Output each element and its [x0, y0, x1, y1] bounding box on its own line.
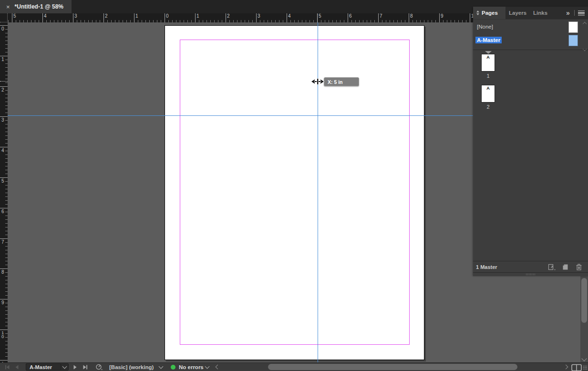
ruler-cursor-position-y [0, 81, 8, 82]
page-select-dropdown[interactable]: A-Master [26, 363, 69, 371]
panel-menu-icon[interactable] [578, 10, 585, 16]
ruler-number: 3 [258, 14, 260, 19]
ruler-number: 1 [196, 14, 199, 19]
first-page-icon[interactable] [4, 363, 10, 371]
next-page-icon[interactable] [73, 363, 78, 371]
master-page-swatch[interactable] [568, 21, 578, 33]
master-row[interactable]: [None] [473, 21, 588, 33]
ruler-number: 1 [1, 57, 4, 62]
guide-position-tooltip: X: 5 in [324, 77, 359, 86]
horizontal-scrollbar-thumb[interactable] [268, 364, 517, 370]
previous-page-icon[interactable] [14, 363, 19, 371]
ruler-number: 9 [441, 14, 444, 19]
chevron-down-icon[interactable] [61, 364, 68, 370]
ruler-number: 1 0 [1, 331, 4, 339]
window-resize-grip[interactable] [583, 365, 588, 370]
master-name-label: [None] [475, 23, 495, 30]
master-letter-label: A [482, 86, 495, 91]
vertical-ruler[interactable]: 01234567891 01 1 [0, 22, 8, 362]
master-row[interactable]: A-Master [473, 34, 588, 47]
ruler-tick [103, 13, 104, 22]
margin-guides [180, 40, 410, 345]
page-number-label: 1 [481, 73, 495, 79]
ruler-tick [0, 299, 8, 299]
ruler-tick [0, 177, 8, 178]
page-thumbnail[interactable]: A [481, 85, 495, 103]
panel-footer: 1 Master [473, 261, 588, 272]
preflight-profile-label[interactable]: [Basic] (working) [109, 363, 154, 371]
document-page[interactable] [165, 25, 424, 360]
ruler-tick [0, 268, 8, 269]
ruler-number: 0 [166, 14, 169, 19]
split-layout-view-icon[interactable] [571, 363, 582, 371]
ruler-tick [165, 13, 165, 22]
ruler-tick [0, 208, 8, 208]
ruler-number: 1 [135, 14, 138, 19]
pages-panel: Pages Layers Links » [None]A-Master A1A2… [473, 7, 588, 276]
tab-pages-label: Pages [482, 10, 498, 16]
ruler-tick [134, 13, 134, 22]
masters-scroll-down-icon[interactable] [583, 47, 587, 51]
ruler-number: 6 [349, 14, 352, 19]
edit-page-size-icon[interactable] [548, 263, 556, 271]
ruler-number: 4 [1, 148, 4, 153]
new-page-icon[interactable] [561, 263, 569, 271]
master-count-label: 1 Master [476, 264, 497, 270]
ruler-number: 5 [319, 14, 321, 19]
scroll-right-icon[interactable] [564, 363, 567, 371]
close-tab-icon[interactable]: × [6, 4, 10, 10]
ruler-number: 0 [1, 27, 4, 31]
ruler-tick [226, 13, 226, 22]
last-page-icon[interactable] [82, 363, 89, 371]
horizontal-resize-cursor [311, 78, 324, 87]
panel-header-separator [574, 10, 575, 16]
ruler-cursor-position-x [317, 14, 318, 22]
document-tab[interactable]: × *Untitled-1 @ 58% [0, 0, 72, 13]
ruler-tick [12, 13, 12, 22]
tab-links[interactable]: Links [533, 7, 547, 19]
ruler-tick [0, 238, 8, 239]
preflight-gauge-icon[interactable] [95, 363, 103, 371]
ruler-tick [42, 13, 43, 22]
chevron-down-icon[interactable] [159, 363, 163, 371]
ruler-number: 5 [13, 14, 16, 19]
ruler-tick [73, 13, 73, 22]
chevron-down-icon[interactable] [206, 363, 209, 371]
ruler-number: 3 [74, 14, 77, 19]
ruler-tick [439, 13, 440, 22]
ruler-tick [0, 147, 8, 147]
ruler-number: 5 [1, 179, 4, 184]
panel-resize-grip[interactable] [526, 273, 535, 275]
page-select-value: A-Master [26, 364, 61, 370]
tab-links-label: Links [533, 10, 547, 16]
ruler-number: 8 [1, 270, 4, 275]
ruler-tick [409, 13, 409, 22]
ruler-number: 4 [44, 14, 47, 19]
ruler-tick [348, 13, 348, 22]
ruler-number: 8 [410, 14, 413, 19]
ruler-tick [287, 13, 287, 22]
ruler-origin-box[interactable] [0, 13, 8, 22]
delete-page-icon[interactable] [575, 263, 583, 271]
scroll-down-icon[interactable] [581, 356, 587, 361]
vertical-ruler-guide[interactable] [318, 22, 318, 362]
ruler-tick [378, 13, 379, 22]
ruler-tick [195, 13, 196, 22]
error-status-label[interactable]: No errors [179, 363, 204, 371]
preflight-status-dot [171, 365, 175, 370]
ruler-number: 4 [288, 14, 291, 19]
vertical-scrollbar[interactable] [580, 276, 588, 362]
ruler-number: 6 [1, 209, 4, 214]
panel-cycle-icon[interactable] [476, 10, 480, 16]
scroll-left-icon[interactable] [216, 363, 219, 371]
ruler-number: 2 [105, 14, 108, 19]
collapse-panel-icon[interactable]: » [566, 7, 570, 19]
vertical-scrollbar-thumb[interactable] [581, 278, 587, 323]
tab-layers[interactable]: Layers [509, 7, 526, 19]
ruler-number: 7 [380, 14, 382, 19]
ruler-tick [256, 13, 257, 22]
page-thumbnail[interactable]: A [481, 54, 495, 72]
tab-pages[interactable]: Pages [473, 7, 505, 19]
master-page-swatch[interactable] [568, 35, 578, 46]
ruler-number: 7 [1, 240, 4, 245]
